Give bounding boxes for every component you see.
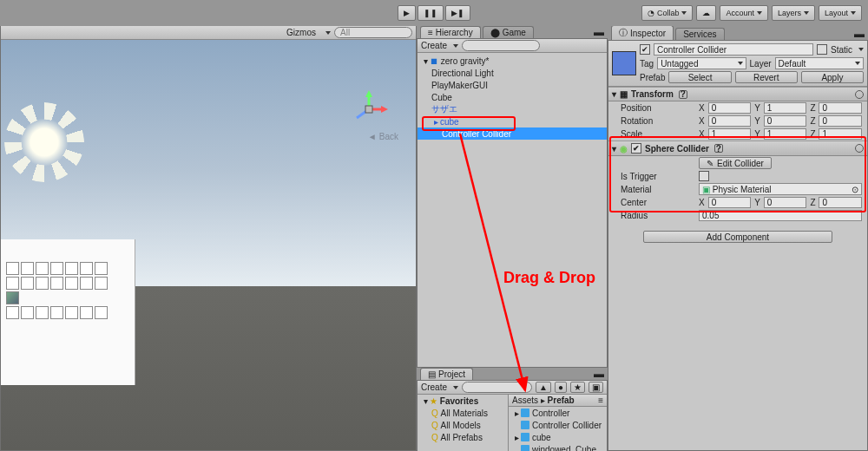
panel-options-button[interactable]: ▬ [594, 26, 604, 38]
prefab-item[interactable]: windowed_Cube [509, 443, 607, 451]
scene-search-input[interactable]: All [334, 27, 412, 38]
position-row: Position X0 Y1 Z0 [608, 101, 867, 114]
is-trigger-row: Is Trigger [608, 170, 867, 182]
layer-dropdown[interactable]: Default [775, 57, 864, 69]
component-enable-checkbox[interactable]: ✔ [631, 143, 641, 154]
chevron-down-icon [804, 11, 809, 15]
prefab-apply-button[interactable]: Apply [801, 71, 864, 83]
hierarchy-root[interactable]: ▾⏹ zero gravity* [418, 55, 607, 67]
active-checkbox[interactable]: ✔ [640, 44, 650, 55]
prefab-revert-button[interactable]: Revert [735, 71, 798, 83]
project-breadcrumb[interactable]: Assets ▸ Prefab≡ [509, 395, 607, 407]
help-icon[interactable]: ? [679, 90, 687, 99]
gear-icon[interactable] [855, 144, 864, 153]
tag-dropdown[interactable]: Untagged [657, 57, 746, 69]
favorites-folder[interactable]: ▾★ Favorites [418, 395, 508, 407]
tab-inspector[interactable]: ⓘInspector [611, 25, 674, 40]
scene-subwindow [1, 239, 135, 385]
chevron-down-icon [757, 11, 762, 15]
prefab-item[interactable]: ▸cube [509, 431, 607, 443]
position-x-field[interactable]: 0 [708, 102, 752, 114]
help-icon[interactable]: ? [714, 144, 723, 153]
prefab-label: Prefab [640, 73, 665, 82]
gameobject-name-field[interactable]: Controller Collider [654, 43, 813, 56]
rotation-row: Rotation X0 Y0 Z0 [608, 114, 867, 127]
collab-dropdown[interactable]: ◔ Collab [641, 5, 693, 21]
tab-project[interactable]: ▤Project [420, 368, 473, 380]
project-create-dropdown[interactable]: Create [421, 382, 447, 392]
tab-hierarchy[interactable]: ≡Hierarchy [420, 26, 481, 38]
gear-icon[interactable] [855, 90, 864, 99]
cloud-button[interactable]: ☁ [696, 5, 716, 21]
hierarchy-item-selected[interactable]: Controller Collider [418, 127, 607, 140]
position-y-field[interactable]: 1 [764, 102, 807, 114]
layout-dropdown[interactable]: Layout [819, 5, 862, 21]
sphere-collider-section-header[interactable]: ▾◉ ✔ Sphere Collider ? [608, 141, 867, 156]
svg-marker-3 [381, 106, 388, 113]
tag-label: Tag [640, 59, 654, 69]
gameobject-icon[interactable] [612, 51, 636, 75]
rotation-z-field[interactable]: 0 [819, 115, 862, 127]
chevron-down-icon [858, 48, 864, 51]
scene-viewport[interactable]: ◄ Back [1, 40, 416, 450]
prefab-item[interactable]: Controller Collider [509, 419, 607, 431]
layer-label: Layer [750, 59, 772, 69]
prefab-item[interactable]: ▸Controller [509, 407, 607, 419]
step-button[interactable]: ▶❚ [445, 5, 470, 21]
top-toolbar: ▶ ❚❚ ▶❚ ◔ Collab ☁ Account Layers Layout [0, 0, 868, 26]
gizmos-dropdown[interactable]: Gizmos [286, 28, 316, 37]
hierarchy-search-input[interactable] [462, 40, 540, 51]
tab-game[interactable]: ⬤Game [483, 26, 534, 38]
list-view-icon[interactable]: ≡ [598, 395, 603, 405]
chevron-down-icon [326, 31, 331, 35]
hierarchy-item[interactable]: Directional Light [418, 67, 607, 79]
hierarchy-tree[interactable]: ▾⏹ zero gravity* Directional Light PlayM… [418, 53, 607, 367]
rotation-x-field[interactable]: 0 [708, 115, 752, 127]
transform-section-header[interactable]: ▾▦Transform ? [608, 87, 867, 101]
prefab-select-button[interactable]: Select [668, 71, 731, 83]
radius-field[interactable]: 0.05 [699, 210, 862, 221]
panel-options-button[interactable]: ▬ [594, 368, 604, 380]
center-y-field[interactable]: 0 [764, 197, 807, 208]
rotation-y-field[interactable]: 0 [764, 115, 807, 127]
hierarchy-create-dropdown[interactable]: Create [421, 41, 447, 50]
radius-row: Radius 0.05 [608, 209, 867, 222]
is-trigger-checkbox[interactable] [699, 171, 709, 181]
material-field[interactable]: ▣ Physic Material⊙ [699, 183, 862, 195]
project-search-input[interactable] [462, 382, 532, 393]
favorite-item[interactable]: Q All Prefabs [418, 431, 508, 443]
chevron-down-icon [453, 386, 458, 389]
sun-gizmo [20, 118, 69, 167]
scale-y-field[interactable]: 1 [764, 128, 807, 140]
scale-x-field[interactable]: 1 [708, 128, 752, 140]
static-checkbox[interactable] [817, 44, 827, 55]
back-button[interactable]: ◄ Back [368, 132, 398, 141]
edit-collider-button[interactable]: ✎Edit Collider [699, 157, 772, 169]
inspector-header: ✔ Controller Collider Static Tag Untagge… [608, 41, 867, 87]
panel-options-button[interactable]: ▬ [854, 28, 865, 40]
add-component-button[interactable]: Add Component [643, 231, 832, 243]
position-z-field[interactable]: 0 [819, 102, 862, 114]
chevron-down-icon [851, 11, 856, 15]
hierarchy-item[interactable]: Cube [418, 91, 607, 103]
scale-row: Scale X1 Y1 Z1 [608, 127, 867, 141]
project-filter-button[interactable]: ▲ [536, 382, 551, 393]
orientation-gizmo[interactable] [348, 88, 390, 130]
project-filter-button[interactable]: ★ [570, 382, 585, 393]
favorite-item[interactable]: Q All Materials [418, 407, 508, 419]
static-label: Static [831, 45, 852, 55]
play-button[interactable]: ▶ [398, 5, 416, 21]
center-x-field[interactable]: 0 [708, 197, 752, 208]
project-filter-button[interactable]: ● [555, 382, 567, 393]
project-save-button[interactable]: ▣ [589, 382, 603, 393]
hierarchy-item[interactable]: サザエ [418, 103, 607, 115]
hierarchy-item[interactable]: ▸cube [418, 115, 607, 127]
layers-dropdown[interactable]: Layers [772, 5, 815, 21]
hierarchy-item[interactable]: PlayMakerGUI [418, 79, 607, 91]
account-dropdown[interactable]: Account [720, 5, 768, 21]
center-z-field[interactable]: 0 [819, 197, 862, 208]
scale-z-field[interactable]: 1 [819, 128, 862, 140]
tab-services[interactable]: Services [675, 28, 724, 40]
favorite-item[interactable]: Q All Models [418, 419, 508, 431]
pause-button[interactable]: ❚❚ [418, 5, 444, 21]
